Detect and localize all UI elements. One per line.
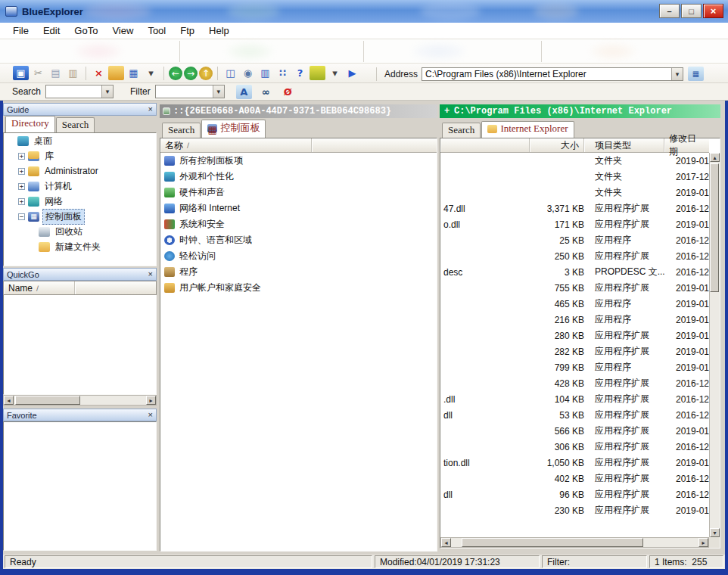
list-item[interactable]: 系统和安全 — [160, 216, 437, 232]
table-row[interactable]: tion.dll1,050 KB应用程序扩展2019-01-0 — [440, 455, 709, 471]
table-row[interactable]: 306 KB应用程序扩展2016-12-2 — [440, 439, 709, 455]
quickgo-close-icon[interactable] — [148, 270, 153, 278]
expand-icon[interactable] — [443, 106, 451, 117]
preview-icon[interactable]: ◉ — [240, 66, 256, 80]
menu-item-view[interactable]: View — [105, 23, 141, 39]
table-row[interactable]: 428 KB应用程序扩展2016-12-2 — [440, 375, 709, 391]
favorite-close-icon[interactable] — [148, 411, 153, 419]
list-item[interactable]: 轻松访问 — [160, 248, 437, 264]
right-path-header[interactable]: C:\Program Files (x86)\Internet Explorer — [440, 104, 720, 118]
view-dropdown-icon[interactable]: ▾ — [143, 66, 159, 80]
delete-icon[interactable]: × — [91, 66, 107, 80]
title-bar[interactable]: BlueExplorer — [0, 0, 728, 23]
address-action-icon[interactable]: ▦ — [688, 67, 704, 81]
cut-icon[interactable]: ✂ — [30, 66, 46, 80]
forward-icon[interactable]: → — [184, 67, 198, 80]
name-column[interactable] — [440, 138, 530, 152]
maximize-button[interactable] — [681, 4, 702, 18]
close-button[interactable] — [703, 4, 723, 18]
tree-item[interactable]: 新建文件夹 — [4, 239, 156, 254]
expand-icon[interactable]: + — [18, 198, 25, 205]
tree-item[interactable]: 桌面 — [4, 133, 156, 148]
menu-item-file[interactable]: File — [6, 23, 36, 39]
up-icon[interactable]: ↑ — [199, 67, 213, 80]
file-list-hscrollbar[interactable] — [440, 537, 709, 548]
marker-icon[interactable] — [310, 66, 325, 80]
table-row[interactable]: 282 KB应用程序扩展2019-01-0 — [440, 343, 709, 359]
menu-item-ftp[interactable]: Ftp — [173, 23, 202, 39]
tree-item[interactable]: +计算机 — [4, 179, 156, 194]
network-tree-icon[interactable]: ∷ — [275, 66, 291, 80]
view-grid-icon[interactable]: ▦ — [126, 66, 142, 80]
list-item[interactable]: 网络和 Internet — [160, 200, 437, 216]
table-row[interactable]: 216 KB应用程序2019-01-0 — [440, 312, 709, 328]
list-item[interactable]: 用户帐户和家庭安全 — [160, 280, 437, 296]
tab-center-search[interactable]: Search — [162, 123, 201, 138]
list-item[interactable]: 硬件和声音 — [160, 185, 437, 200]
table-row[interactable]: 465 KB应用程序2019-01-0 — [440, 296, 709, 312]
tab-guide-search[interactable]: Search — [56, 117, 95, 132]
copy-icon[interactable]: ▤ — [48, 66, 64, 80]
dual-pane-icon[interactable]: ▥ — [257, 66, 273, 80]
list-item[interactable]: 所有控制面板项 — [160, 153, 437, 169]
table-row[interactable]: 230 KB应用程序扩展2019-01-0 — [440, 502, 709, 518]
tab-directory[interactable]: Directory — [5, 116, 55, 132]
quickgo-name-column[interactable]: Name — [4, 281, 75, 294]
tree-item[interactable]: −控制面板 — [4, 209, 156, 224]
quickgo-hscrollbar[interactable] — [3, 395, 157, 406]
scroll-thumb[interactable] — [15, 396, 80, 405]
type-column[interactable]: 项目类型 — [584, 138, 664, 152]
go-dropdown-icon[interactable]: ▾ — [327, 66, 343, 80]
table-row[interactable]: dll96 KB应用程序扩展2016-12-2 — [440, 486, 709, 502]
paste-icon[interactable]: ▥ — [65, 66, 81, 80]
menu-item-goto[interactable]: GoTo — [67, 23, 105, 39]
scroll-track[interactable] — [451, 538, 698, 547]
help-icon[interactable]: ? — [292, 66, 308, 80]
address-input[interactable]: C:\Program Files (x86)\Internet Explorer — [422, 67, 683, 81]
menu-item-help[interactable]: Help — [202, 23, 237, 39]
filter-input[interactable] — [155, 85, 225, 98]
tree-item[interactable]: +网络 — [4, 194, 156, 209]
table-row[interactable]: .dll104 KB应用程序扩展2016-12-2 — [440, 391, 709, 407]
list-item[interactable]: 程序 — [160, 264, 437, 280]
list-item[interactable]: 外观和个性化 — [160, 169, 437, 185]
scroll-right-icon[interactable] — [698, 538, 708, 547]
table-row[interactable]: 402 KB应用程序扩展2016-12-2 — [440, 471, 709, 486]
search-input[interactable] — [45, 85, 114, 98]
table-row[interactable]: 文件夹2019-01-0 — [440, 153, 709, 169]
expand-icon[interactable]: + — [18, 153, 25, 160]
favorite-list[interactable] — [3, 421, 157, 551]
table-row[interactable]: desc3 KBPROPDESC 文...2016-12-2 — [440, 264, 709, 280]
tree-item[interactable]: 回收站 — [4, 224, 156, 239]
table-row[interactable]: 47.dll3,371 KB应用程序扩展2016-12-2 — [440, 200, 709, 216]
scroll-up-icon[interactable] — [710, 153, 720, 162]
save-icon[interactable]: ▣ — [13, 66, 29, 80]
table-row[interactable]: 250 KB应用程序扩展2016-12-2 — [440, 248, 709, 264]
center-path-header[interactable]: ::{26EE0668-A00A-44D7-9371-BEB064C98683} — [160, 104, 437, 118]
image-text-icon[interactable]: A — [236, 85, 252, 99]
table-row[interactable]: 755 KB应用程序扩展2019-01-0 — [440, 280, 709, 296]
table-row[interactable]: 799 KB应用程序2019-01-0 — [440, 359, 709, 375]
table-row[interactable]: o.dll171 KB应用程序扩展2019-01-0 — [440, 216, 709, 232]
guide-close-icon[interactable] — [148, 105, 153, 113]
go-icon[interactable]: ▶ — [344, 66, 360, 80]
name-column[interactable]: 名称 — [160, 138, 312, 152]
table-row[interactable]: 文件夹2019-01-0 — [440, 185, 709, 200]
date-column[interactable]: 修改日期 — [664, 138, 709, 152]
find-binoculars-icon[interactable]: ∞ — [258, 85, 274, 99]
tree-item[interactable]: +库 — [4, 148, 156, 163]
size-column[interactable]: 大小 — [530, 138, 584, 152]
expand-icon[interactable]: + — [18, 168, 25, 175]
table-row[interactable]: dll53 KB应用程序扩展2016-12-2 — [440, 407, 709, 423]
menu-item-tool[interactable]: Tool — [141, 23, 173, 39]
scroll-left-icon[interactable] — [4, 396, 14, 405]
tab-control-panel[interactable]: 控制面板 — [201, 120, 266, 138]
table-row[interactable]: 566 KB应用程序扩展2019-01-0 — [440, 423, 709, 439]
scroll-track[interactable] — [710, 162, 720, 528]
scroll-track[interactable] — [14, 396, 146, 405]
table-row[interactable]: 文件夹2017-12-1 — [440, 169, 709, 185]
quickgo-list[interactable] — [3, 295, 157, 395]
scroll-right-icon[interactable] — [146, 396, 156, 405]
back-icon[interactable]: ← — [169, 67, 182, 80]
filter-dropdown-icon[interactable] — [213, 85, 224, 98]
